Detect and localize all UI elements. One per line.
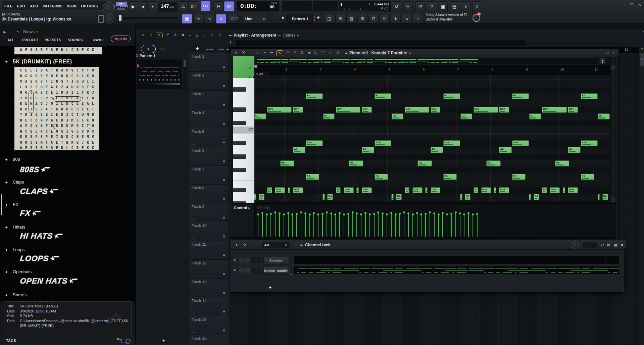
velocity-stem[interactable] bbox=[292, 214, 293, 237]
piano-note[interactable]: F6 bbox=[581, 174, 594, 180]
velocity-stem[interactable] bbox=[309, 214, 310, 237]
browser-item-logo-openhats[interactable]: OPEN HATS★ bbox=[20, 275, 78, 287]
piano-note[interactable]: D#6 bbox=[481, 187, 491, 193]
minimize-button[interactable]: — bbox=[636, 31, 639, 35]
grid-icon[interactable]: ▦ bbox=[614, 243, 617, 247]
main-volume-knob[interactable] bbox=[103, 2, 114, 13]
channel-rack-titlebar[interactable]: ▸ ⟳ All ▶ ⁞ ◂▸ Channel rack --- ↩ılı.▦✕ bbox=[231, 240, 626, 250]
plugin-icon[interactable]: ⎘ bbox=[380, 14, 390, 23]
wordsearch-image[interactable]: CELZBATRAPVCYTURGODSPREDDCSLKRVASQVFIRST… bbox=[14, 67, 99, 150]
piano-note[interactable]: D6 bbox=[534, 194, 539, 200]
playhead-marker[interactable] bbox=[254, 65, 257, 68]
tempo-display[interactable]: 147.000 bbox=[158, 1, 177, 13]
track-options[interactable]: ... bbox=[192, 255, 195, 258]
velocity-stem[interactable] bbox=[279, 213, 280, 237]
piano-note[interactable] bbox=[288, 187, 290, 193]
arrow-icon[interactable]: ▸ bbox=[234, 50, 239, 56]
track-options[interactable]: ... bbox=[192, 86, 195, 89]
info-icon[interactable]: ℹ bbox=[461, 1, 470, 11]
velocity-stem[interactable] bbox=[391, 213, 392, 237]
restore-button[interactable]: ❐ bbox=[630, 3, 634, 7]
stop-button[interactable]: ■ bbox=[139, 1, 148, 11]
track-mute-led[interactable] bbox=[222, 197, 226, 201]
track-options[interactable]: ... bbox=[192, 311, 195, 314]
track-name[interactable]: Track 8 bbox=[192, 186, 204, 190]
add-track-button[interactable]: + bbox=[162, 338, 165, 343]
expand-icon[interactable]: ▶ bbox=[3, 30, 6, 34]
tap-tempo-icon[interactable]: ⧍ bbox=[179, 1, 188, 11]
channel-volume-knob[interactable] bbox=[245, 268, 251, 274]
swing-icon[interactable]: ⟳ bbox=[242, 243, 247, 247]
piano-note[interactable]: D7 bbox=[598, 113, 610, 119]
velocity-stem[interactable] bbox=[331, 213, 332, 237]
velocity-stem[interactable] bbox=[387, 214, 387, 237]
velocity-stem[interactable] bbox=[447, 214, 447, 237]
velocity-stem[interactable] bbox=[305, 213, 306, 237]
pack-image-partial[interactable]: WESSBPSEDLCBEKK bbox=[14, 47, 102, 54]
channel-name-button[interactable]: Kontak..ortable bbox=[263, 267, 288, 275]
velocity-stem[interactable] bbox=[296, 213, 297, 237]
folder-icon[interactable] bbox=[117, 339, 122, 343]
arrow-icon[interactable]: ▸ bbox=[141, 33, 146, 38]
preview-scroll-right[interactable]: ❯ bbox=[599, 58, 606, 64]
track-header-11[interactable]: Track 11... bbox=[189, 241, 229, 260]
track-options[interactable]: ... bbox=[192, 217, 195, 220]
maximize-button[interactable]: □ bbox=[607, 51, 609, 54]
channel-row-kontak-ortable[interactable]: ---Kontak..ortable bbox=[233, 266, 621, 275]
curve-icon[interactable]: ∿ bbox=[205, 14, 215, 23]
black-key[interactable] bbox=[233, 154, 246, 159]
piano-note[interactable]: G6 bbox=[280, 160, 295, 166]
velocity-stem[interactable] bbox=[442, 213, 443, 237]
channel-name-button[interactable]: Sampler bbox=[263, 257, 288, 264]
channelrack-icon[interactable]: ▤ bbox=[346, 14, 356, 23]
track-name[interactable]: Track 16 bbox=[192, 336, 206, 340]
track-name[interactable]: Track 2 bbox=[192, 73, 204, 77]
track-name[interactable]: Track 10 bbox=[192, 224, 206, 228]
track-name[interactable]: Track 4 bbox=[192, 111, 204, 115]
velocity-stem[interactable] bbox=[262, 213, 263, 237]
piano-note[interactable]: D#6 bbox=[542, 187, 547, 193]
tab-presets[interactable]: PRESETS bbox=[45, 38, 61, 42]
mute-icon[interactable]: ◀ bbox=[180, 33, 185, 38]
piano-note[interactable]: D#6 bbox=[344, 187, 354, 193]
black-key[interactable] bbox=[233, 121, 246, 125]
next-icon[interactable]: ➔ bbox=[193, 14, 203, 23]
track-mute-led[interactable] bbox=[222, 291, 226, 295]
piano-note[interactable]: A#6 bbox=[581, 140, 598, 146]
piano-note[interactable]: F7 bbox=[512, 93, 529, 99]
pattern-play-icon[interactable]: ▶ bbox=[282, 15, 285, 20]
close-icon[interactable]: ✕ bbox=[621, 243, 624, 247]
piano-note[interactable]: G6 bbox=[417, 160, 432, 166]
piano-note[interactable]: D#6 bbox=[336, 187, 341, 193]
track-options[interactable]: ... bbox=[192, 274, 195, 277]
tab-automation[interactable]: ⌁ bbox=[168, 46, 171, 51]
scroll-left-icon[interactable]: ❮ bbox=[229, 40, 232, 44]
zoom-icon[interactable]: ⌕ bbox=[209, 33, 214, 38]
piano-note[interactable] bbox=[425, 187, 428, 193]
update-notice[interactable]: Today A newer version of FL Studio is av… bbox=[426, 13, 471, 23]
mute-icon[interactable]: ◀ bbox=[306, 50, 311, 56]
browser-toggle-icon[interactable]: ⊟ bbox=[368, 14, 379, 23]
velocity-stem[interactable] bbox=[352, 212, 353, 237]
velocity-stem[interactable] bbox=[451, 213, 452, 237]
piano-note[interactable]: F6 bbox=[443, 174, 457, 180]
track-header-3[interactable]: Track 3... bbox=[189, 91, 229, 109]
scrollbar-handle[interactable] bbox=[640, 53, 644, 66]
zoom-icon[interactable]: ⌕ bbox=[328, 50, 333, 56]
track-name[interactable]: Track 11 bbox=[192, 242, 206, 246]
playback-icon[interactable]: ◁ bbox=[217, 33, 222, 38]
velocity-stem[interactable] bbox=[460, 213, 460, 237]
browser-item-logo-snares[interactable]: SNARES★ bbox=[20, 298, 64, 301]
scroll-up-icon[interactable]: ⌃ bbox=[611, 65, 615, 70]
menu-edit[interactable]: EDIT bbox=[17, 4, 26, 8]
track-mute-led[interactable] bbox=[222, 121, 226, 126]
velocity-stem[interactable] bbox=[339, 213, 340, 237]
slider-handle[interactable] bbox=[119, 15, 121, 21]
velocity-stem[interactable] bbox=[395, 214, 396, 237]
velocity-stem[interactable] bbox=[356, 213, 357, 237]
channel-mute-led[interactable] bbox=[233, 268, 237, 273]
browser-item-logo-fx[interactable]: FX★ bbox=[20, 207, 41, 219]
track-header-5[interactable]: Track 5... bbox=[189, 128, 229, 147]
piano-note[interactable]: A6 bbox=[431, 147, 443, 153]
note-preview-strip[interactable] bbox=[254, 57, 599, 65]
